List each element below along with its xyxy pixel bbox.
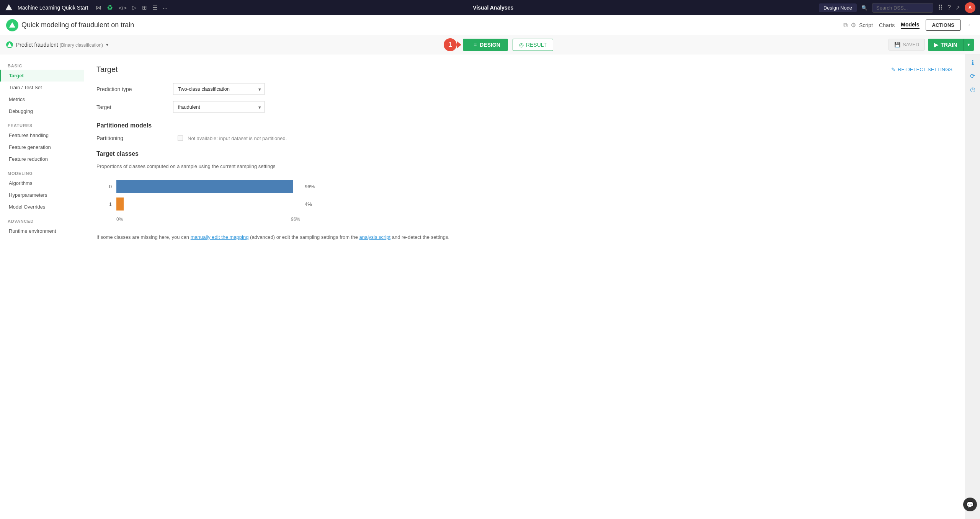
pencil-icon: ✎ [891, 67, 895, 72]
step-badge: 1 [444, 38, 457, 51]
code-icon[interactable]: </> [118, 5, 127, 11]
avatar[interactable]: A [965, 2, 975, 13]
result-icon: ◎ [519, 42, 524, 48]
actions-button[interactable]: ACTIONS [926, 20, 961, 31]
card-header: Target ✎ RE-DETECT SETTINGS [96, 65, 952, 74]
target-label: Target [96, 104, 173, 110]
back-arrow-icon[interactable]: ← [967, 21, 974, 29]
partitioning-note: Not available: input dataset is not part… [188, 135, 287, 141]
sidebar-item-train-test-set[interactable]: Train / Test Set [0, 82, 84, 93]
nav-charts[interactable]: Charts [879, 22, 895, 28]
doc-icon[interactable]: ☰ [152, 4, 157, 11]
play-icon[interactable]: ▷ [132, 4, 137, 11]
sidebar-section-advanced: ADVANCED Runtime environment [0, 216, 84, 237]
train-dropdown-button[interactable]: ▾ [963, 39, 974, 51]
sidebar-item-hyperparameters[interactable]: Hyperparameters [0, 189, 84, 201]
sync-icon[interactable]: ⟳ [970, 72, 975, 80]
svg-marker-1 [9, 22, 15, 28]
external-link-icon[interactable]: ↗ [956, 5, 960, 11]
share-icon[interactable]: ⋈ [96, 4, 101, 11]
prediction-type-label: Prediction type [96, 86, 173, 92]
search-input[interactable] [872, 3, 933, 13]
classes-desc: Proportions of classes computed on a sam… [96, 163, 952, 169]
train-controls: 💾 SAVED ▶ TRAIN ▾ [889, 39, 974, 51]
top-nav: Machine Learning Quick Start ⋈ ♻ </> ▷ ⊞… [0, 0, 980, 15]
copy-icon[interactable]: ⧉ [843, 22, 848, 29]
sidebar-item-features-handling[interactable]: Features handling [0, 129, 84, 141]
second-bar: Quick modeling of fraudulent on train ⧉ … [0, 15, 980, 35]
bar-label-0: 0 [104, 184, 112, 189]
partitioning-checkbox[interactable] [178, 135, 183, 141]
sidebar-item-runtime[interactable]: Runtime environment [0, 225, 84, 237]
content-area: Target ✎ RE-DETECT SETTINGS Prediction t… [84, 54, 965, 519]
top-nav-icons: ⋈ ♻ </> ▷ ⊞ ☰ ··· [96, 3, 167, 12]
predict-dropdown-icon[interactable]: ▾ [106, 42, 108, 47]
train-play-icon: ▶ [934, 42, 938, 48]
bar-row-1: 1 4% [104, 197, 945, 211]
bar-label-1: 1 [104, 201, 112, 207]
step-controls: 1 ≡ DESIGN ◎ RESULT [114, 38, 882, 51]
app-title: Machine Learning Quick Start [18, 5, 88, 11]
saved-button[interactable]: 💾 SAVED [889, 39, 925, 51]
bar-track-0 [116, 180, 300, 193]
chat-bubble-button[interactable]: 💬 [963, 498, 977, 511]
target-select-wrapper: fraudulent ▾ [173, 101, 265, 113]
sidebar-item-feature-reduction[interactable]: Feature reduction [0, 153, 84, 165]
edit-mapping-link[interactable]: manually edit the mapping [191, 234, 249, 240]
right-sidebar: ℹ ⟳ ◷ 💬 [965, 54, 980, 519]
prediction-type-select[interactable]: Two-class classification Multi-class cla… [173, 83, 265, 95]
sidebar-item-model-overrides[interactable]: Model Overrides [0, 201, 84, 213]
info-icon[interactable]: ℹ [972, 59, 974, 66]
prediction-type-select-wrapper: Two-class classification Multi-class cla… [173, 83, 265, 95]
save-icon: 💾 [894, 42, 900, 47]
help-icon[interactable]: ? [947, 4, 951, 11]
search-icon: 🔍 [861, 5, 867, 11]
nav-models[interactable]: Models [901, 21, 919, 29]
grid-icon[interactable]: ⊞ [142, 4, 147, 11]
settings-icon[interactable]: ⚙ [851, 21, 856, 29]
redetect-link[interactable]: ✎ RE-DETECT SETTINGS [891, 67, 952, 72]
sidebar-item-feature-generation[interactable]: Feature generation [0, 141, 84, 153]
more-icon[interactable]: ··· [163, 5, 168, 11]
svg-marker-0 [5, 4, 12, 10]
sidebar-item-target[interactable]: Target [0, 70, 84, 82]
target-classes-title: Target classes [96, 150, 952, 157]
target-select[interactable]: fraudulent [173, 101, 265, 113]
footer-note: If some classes are missing here, you ca… [96, 234, 952, 240]
predict-icon [6, 41, 13, 48]
sidebar-section-modeling: MODELING Algorithms Hyperparameters Mode… [0, 168, 84, 213]
second-bar-nav: Script Charts Models ACTIONS [859, 20, 961, 31]
design-icon: ≡ [474, 42, 477, 48]
app-logo [5, 3, 13, 12]
bar-pct-0: 96% [305, 184, 320, 189]
bar-row-0: 0 96% [104, 180, 945, 193]
analysis-script-link[interactable]: analysis script [359, 234, 390, 240]
axis-end: 96% [291, 217, 300, 222]
nav-script[interactable]: Script [859, 22, 873, 28]
chart-area: 0 96% 1 4% [96, 177, 952, 228]
clock-icon[interactable]: ◷ [970, 86, 975, 93]
recycle-icon[interactable]: ♻ [107, 3, 113, 12]
sidebar: BASIC Target Train / Test Set Metrics De… [0, 54, 84, 519]
prediction-type-row: Prediction type Two-class classification… [96, 83, 952, 95]
sidebar-item-metrics[interactable]: Metrics [0, 93, 84, 105]
content-card: Target ✎ RE-DETECT SETTINGS Prediction t… [84, 54, 965, 519]
design-button[interactable]: ≡ DESIGN [463, 39, 508, 51]
analysis-title: Quick modeling of fraudulent on train [21, 21, 840, 29]
train-button[interactable]: ▶ TRAIN [928, 39, 963, 51]
partitioned-title: Partitioned models [96, 122, 952, 129]
grid-dots-icon[interactable]: ⠿ [938, 3, 943, 12]
sidebar-item-debugging[interactable]: Debugging [0, 105, 84, 117]
bar-chart: 0 96% 1 4% [96, 180, 952, 222]
bar-pct-1: 4% [305, 201, 320, 207]
predict-label-group: Predict fraudulent (Binary classificatio… [6, 41, 108, 48]
train-button-group: ▶ TRAIN ▾ [928, 39, 974, 51]
chat-icon: 💬 [966, 501, 974, 508]
axis-start: 0% [116, 217, 123, 222]
sidebar-item-algorithms[interactable]: Algorithms [0, 177, 84, 189]
sidebar-section-features: FEATURES Features handling Feature gener… [0, 120, 84, 165]
main-layout: BASIC Target Train / Test Set Metrics De… [0, 54, 980, 519]
sidebar-section-modeling-title: MODELING [0, 168, 84, 177]
result-button[interactable]: ◎ RESULT [513, 39, 553, 51]
bar-axis: 0% 96% [104, 215, 300, 222]
